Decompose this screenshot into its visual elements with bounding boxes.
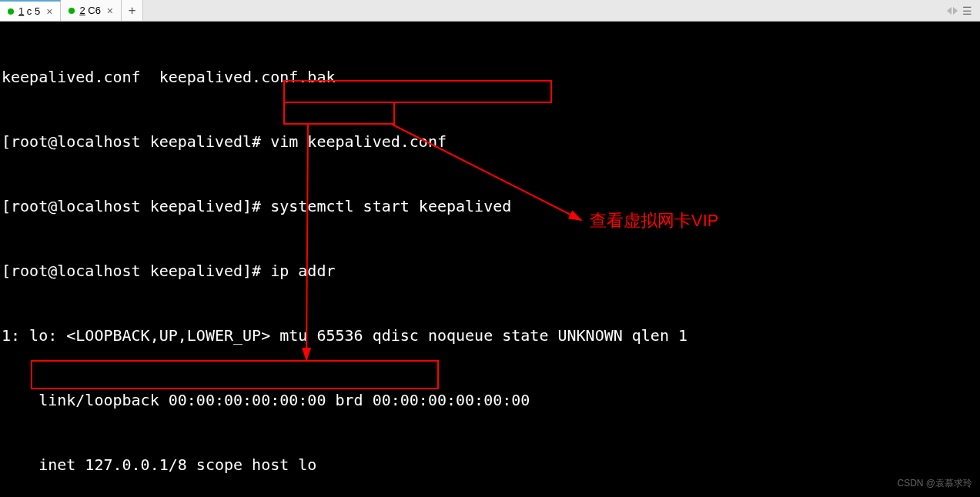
prev-tab-icon[interactable] [947, 7, 952, 15]
terminal-line: [root@localhost keepalivedl# vim keepali… [2, 131, 978, 152]
terminal-line: 1: lo: <LOOPBACK,UP,LOWER_UP> mtu 65536 … [2, 325, 978, 346]
terminal-line: [root@localhost keepalived]# ip addr [2, 260, 978, 282]
close-icon[interactable]: × [45, 6, 54, 17]
terminal-line: keepalived.conf keepalived.conf.bak [2, 66, 978, 88]
annotation-box [283, 102, 395, 125]
tab-2[interactable]: 2 C6 × [61, 0, 122, 21]
next-tab-icon[interactable] [953, 7, 958, 15]
tab-nav-controls: ☰ [942, 0, 980, 21]
watermark: CSDN @袁慕求玲 [897, 472, 972, 494]
tab-label: 1 c 5 [18, 5, 40, 17]
status-dot-icon [69, 8, 75, 14]
status-dot-icon [8, 8, 14, 15]
terminal-line: [root@localhost keepalived]# systemctl s… [2, 195, 978, 217]
terminal-line: inet 127.0.0.1/8 scope host lo [2, 454, 978, 475]
annotation-box [31, 360, 439, 389]
close-icon[interactable]: × [105, 5, 115, 16]
annotation-arrows [0, 22, 980, 497]
terminal-output[interactable]: keepalived.conf keepalived.conf.bak [roo… [0, 22, 980, 497]
tab-label: 2 C6 [79, 5, 100, 16]
tab-1[interactable]: 1 c 5 × [0, 0, 61, 21]
tab-bar: 1 c 5 × 2 C6 × + ☰ [0, 0, 980, 22]
add-tab-button[interactable]: + [122, 0, 143, 21]
terminal-line: link/loopback 00:00:00:00:00:00 brd 00:0… [2, 389, 978, 411]
tab-menu-icon[interactable]: ☰ [959, 5, 975, 17]
